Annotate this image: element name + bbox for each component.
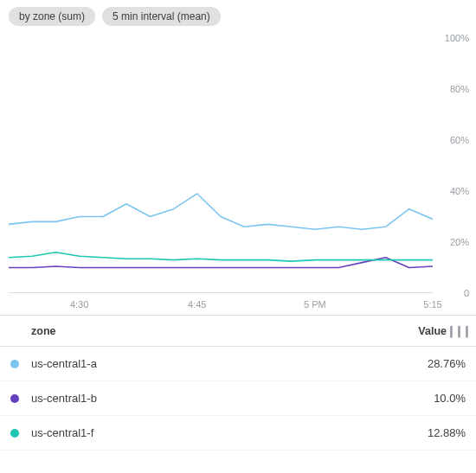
series-name: us-central1-a <box>31 357 386 370</box>
chart-area: 020%40%60%80%100%4:304:455 PM5:15 <box>0 29 476 315</box>
filter-chips: by zone (sum) 5 min interval (mean) <box>0 0 476 29</box>
chart-svg <box>9 38 433 293</box>
legend-header-value[interactable]: Value <box>386 325 447 337</box>
legend-row[interactable]: us-central1-a28.76% <box>0 347 476 381</box>
series-us-central1-a[interactable] <box>9 194 433 229</box>
legend-rows: us-central1-a28.76%us-central1-b10.0%us-… <box>0 347 476 451</box>
y-tick-label: 20% <box>450 237 469 247</box>
x-tick-label: 4:30 <box>70 299 88 310</box>
series-swatch <box>10 429 19 438</box>
legend-header-name[interactable]: zone <box>10 325 386 337</box>
series-value: 28.76% <box>386 357 466 370</box>
series-swatch <box>10 394 19 403</box>
y-tick-label: 0 <box>464 288 469 298</box>
series-us-central1-b[interactable] <box>9 258 433 268</box>
chip-by-zone[interactable]: by zone (sum) <box>9 7 95 26</box>
legend-header: zone Value ❙❙❙ <box>0 315 476 347</box>
columns-icon[interactable]: ❙❙❙ <box>447 324 466 337</box>
x-tick-label: 4:45 <box>188 299 206 310</box>
y-tick-label: 80% <box>450 84 469 94</box>
legend-row[interactable]: us-central1-f12.88% <box>0 416 476 451</box>
series-value: 10.0% <box>386 392 466 405</box>
legend-row[interactable]: us-central1-b10.0% <box>0 381 476 416</box>
series-us-central1-f[interactable] <box>9 252 433 261</box>
series-name: us-central1-b <box>31 392 386 405</box>
x-tick-label: 5:15 <box>423 299 441 310</box>
y-tick-label: 40% <box>450 186 469 196</box>
series-value: 12.88% <box>386 426 466 439</box>
series-name: us-central1-f <box>31 426 386 439</box>
series-swatch <box>10 360 19 368</box>
y-tick-label: 60% <box>450 135 469 145</box>
x-tick-label: 5 PM <box>304 299 326 310</box>
y-tick-label: 100% <box>445 33 469 43</box>
chip-interval[interactable]: 5 min interval (mean) <box>102 7 221 26</box>
